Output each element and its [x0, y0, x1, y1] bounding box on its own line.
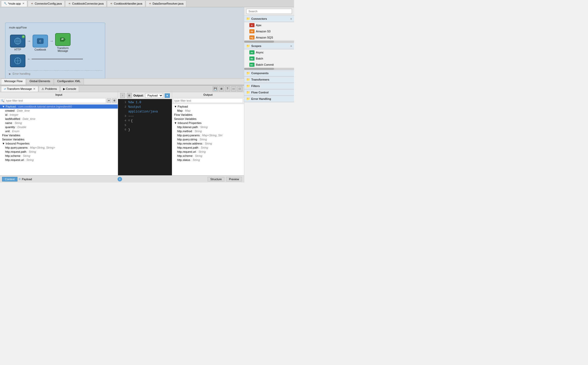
- tab-message-flow[interactable]: Message Flow: [1, 79, 26, 85]
- scopes-folder-icon: 📁: [246, 44, 250, 48]
- panel-tab-console[interactable]: ▶ Console: [60, 86, 79, 92]
- sidebar-section-error-handling[interactable]: 📁 Error Handling: [244, 96, 294, 102]
- input-search-field[interactable]: [5, 98, 106, 103]
- flow-node-http[interactable]: + HTTP: [10, 35, 25, 51]
- output-search-field[interactable]: [173, 98, 243, 103]
- format-btn[interactable]: ⊞: [127, 93, 132, 98]
- preview-tab[interactable]: Preview: [226, 177, 242, 181]
- arrow2: →: [50, 39, 54, 43]
- tab-cookbook-handler[interactable]: ☕ CookbookHandler.java: [107, 1, 145, 7]
- maximize-btn[interactable]: □: [237, 86, 242, 91]
- sidebar-item-batch[interactable]: Ba Batch: [244, 55, 294, 62]
- tree-item-unit[interactable]: unit : Enum: [0, 129, 118, 133]
- flow-node-http-return[interactable]: [10, 54, 25, 67]
- svg-text:C: C: [39, 40, 41, 43]
- scopes-scrollbar-thumb: [244, 68, 274, 70]
- out-tree-method[interactable]: http.method : String: [172, 129, 244, 133]
- sidebar-section-components[interactable]: 📁 Components: [244, 70, 294, 76]
- out-tree-payload[interactable]: ▼ Payload: [172, 104, 244, 109]
- tab-configuration-xml[interactable]: Configuration XML: [54, 79, 84, 85]
- sidebar-section-flow-control[interactable]: 📁 Flow Control: [244, 89, 294, 96]
- out-tree-query-string[interactable]: http.query.string : String: [172, 137, 244, 141]
- console-icon: ▶: [63, 87, 65, 91]
- out-tree-map[interactable]: Map : Map: [172, 109, 244, 113]
- flow-control-folder-icon: 📁: [246, 91, 250, 94]
- tab-cookbook-connector[interactable]: ☕ CookbookConnector.java: [65, 1, 106, 7]
- tree-item-session-vars[interactable]: Session Variables: [0, 137, 118, 141]
- tree-item-flow-vars[interactable]: Flow Variables: [0, 133, 118, 137]
- tab-global-elements[interactable]: Global Elements: [26, 79, 54, 85]
- node-cookbook-box: C: [33, 35, 48, 47]
- panel-tab-close[interactable]: ✕: [33, 87, 35, 91]
- tree-item-scheme[interactable]: http.scheme : String: [0, 154, 118, 158]
- error-handling[interactable]: ▶ Error handling: [8, 70, 102, 77]
- sidebar-search-input[interactable]: [246, 9, 292, 14]
- sidebar-section-filters[interactable]: 📁 Filters: [244, 83, 294, 89]
- collapse-icon[interactable]: ⊟: [128, 119, 130, 123]
- code-editor[interactable]: 1 %dw 1.0 2 %output application/java 3 -…: [118, 99, 172, 175]
- tree-item-request-uri[interactable]: http.request.uri : String: [0, 158, 118, 162]
- flow-node-cookbook[interactable]: C Cookbook: [33, 35, 48, 51]
- tree-item-query-params[interactable]: http.query.params : Map<String, String>: [0, 146, 118, 150]
- out-tree-remote-addr[interactable]: http.remote.address : String: [172, 141, 244, 146]
- sidebar-item-sqs[interactable]: SQ Amazon SQS: [244, 34, 294, 41]
- tab-connector-config[interactable]: ☕ ConnectorConfig.java: [28, 1, 65, 7]
- out-tree-status[interactable]: http.status : String: [172, 158, 244, 162]
- tree-item-lastmodified[interactable]: lastModified : Date_time: [0, 117, 118, 121]
- sidebar-section-transformers[interactable]: 📁 Transformers: [244, 76, 294, 83]
- flow-row: + HTTP → C: [8, 32, 102, 54]
- scopes-header[interactable]: 📁 Scopes ≡: [244, 43, 294, 49]
- settings-btn[interactable]: ⚙: [112, 98, 117, 103]
- out-tree-request-path[interactable]: http.request.path : String: [172, 146, 244, 150]
- status-bar: Context ⊕ Payload + Structure Preview: [0, 175, 244, 182]
- sidebar-section-connectors: 📁 Connectors ≡ A Ajax S3 Amazon S3 SQ Am…: [244, 16, 294, 43]
- sqs-icon: SQ: [249, 35, 254, 40]
- tab-datasense-resolver[interactable]: ☕ DataSenseResolver.java: [146, 1, 186, 7]
- tree-item-id[interactable]: id : Integer: [0, 113, 118, 117]
- help-btn[interactable]: ?: [225, 86, 230, 91]
- flow-node-transform[interactable]: ⇌ TransformMessage: [55, 33, 71, 52]
- minimize-btn[interactable]: —: [231, 86, 236, 91]
- payload-icon: ⊕: [18, 177, 21, 181]
- panel-tab-problems[interactable]: ⚠ Problems: [39, 86, 60, 92]
- upload-btn[interactable]: ↑: [120, 93, 125, 98]
- tree-item-quantity[interactable]: quantity : Double: [0, 125, 118, 129]
- dropdown-btn[interactable]: ▼: [165, 93, 170, 98]
- out-tree-session-vars[interactable]: Session Variables: [172, 117, 244, 121]
- sidebar-item-ajax[interactable]: A Ajax: [244, 22, 294, 28]
- tab-mule-app[interactable]: 🔧 *mule-app ✕: [1, 1, 27, 7]
- connectors-header[interactable]: 📁 Connectors ≡: [244, 16, 294, 22]
- flow-container: mule-appFlow: [5, 23, 105, 78]
- out-tree-request-uri[interactable]: http.request.uri : String: [172, 150, 244, 154]
- layout-btn[interactable]: ⊞: [219, 86, 224, 91]
- tree-item-created[interactable]: created : Date_time: [0, 109, 118, 113]
- out-tree-scheme[interactable]: http.scheme : String: [172, 154, 244, 158]
- sidebar-item-async[interactable]: As Async: [244, 49, 294, 55]
- input-panel: Input 🔍 ✏ ⚙ ▼ Payload : com.cookbook.tut…: [0, 92, 118, 175]
- sidebar-item-s3[interactable]: S3 Amazon S3: [244, 28, 294, 34]
- edit-btn[interactable]: ✏: [107, 98, 111, 103]
- node-http-box: +: [10, 35, 25, 47]
- out-tree-flow-vars[interactable]: Flow Variables: [172, 113, 244, 117]
- return-line: [32, 59, 83, 59]
- tab-close-mule-app[interactable]: ✕: [22, 2, 24, 5]
- tree-item-inbound-props[interactable]: ▼ Inbound Properties: [0, 141, 118, 146]
- input-tree: ▼ Payload : com.cookbook.tutorial.servic…: [0, 104, 118, 175]
- mule-icon: 🔧: [4, 2, 7, 5]
- editor-panel: ↑ ⊞ Output: Payload ▼ 1 %dw 1.0: [118, 92, 172, 175]
- tree-item-request-path[interactable]: http.request.path : String: [0, 150, 118, 154]
- tree-item-name[interactable]: name : String: [0, 121, 118, 125]
- tree-item-payload[interactable]: ▼ Payload : com.cookbook.tutorial.servic…: [0, 104, 118, 109]
- out-tree-inbound[interactable]: ▼ Inbound Properties: [172, 121, 244, 125]
- out-tree-listener-path[interactable]: http.listener.path : String: [172, 125, 244, 129]
- flow-tab-bar: Message Flow Global Elements Configurati…: [0, 78, 244, 85]
- add-payload-btn[interactable]: +: [117, 177, 122, 181]
- code-line-1: 1 %dw 1.0: [118, 100, 172, 105]
- context-tab[interactable]: Context: [2, 177, 17, 181]
- out-tree-query-params[interactable]: http.query.params : Map<String, Stri: [172, 133, 244, 137]
- output-select[interactable]: Payload: [145, 93, 163, 98]
- save-btn[interactable]: 💾: [213, 86, 218, 91]
- sidebar-item-batch-commit[interactable]: BC Batch Commit: [244, 62, 294, 68]
- structure-tab[interactable]: Structure: [208, 177, 225, 181]
- panel-tab-transform[interactable]: ⇌ Transform Message ✕: [1, 86, 38, 92]
